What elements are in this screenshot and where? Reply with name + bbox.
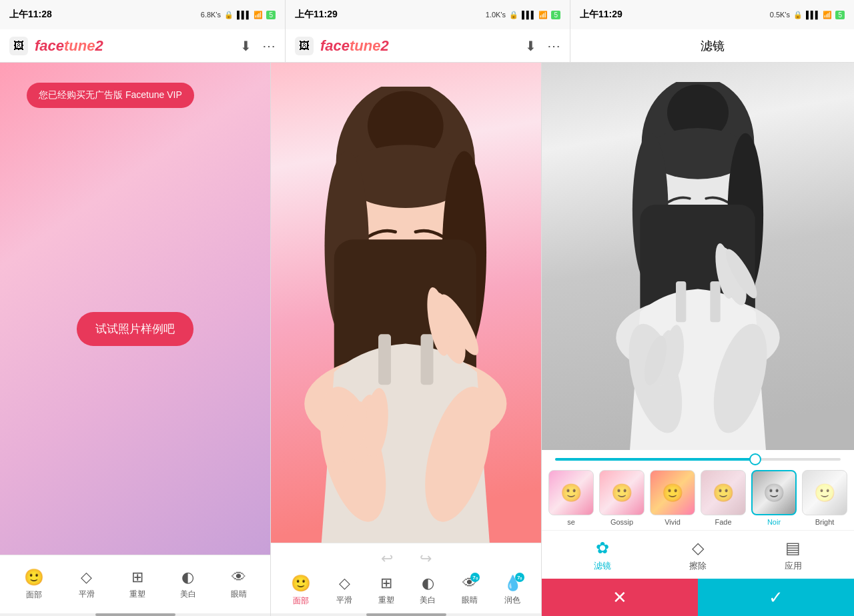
logo-text-1: face tune 2 [35, 37, 234, 55]
status-icons-3: 0.5K's 🔒 ▌▌▌ 📶 5 [770, 11, 845, 19]
moisturize-icon-wrapper-mid: 💧 7₀ [504, 575, 522, 592]
whiten-icon-1: ◐ [181, 569, 194, 586]
filter-action-apply[interactable]: ▤ 应用 [785, 539, 802, 572]
logo-2-1: 2 [95, 37, 103, 55]
filter-controls: 🙂 se 🙂 Gossip 🙂 [542, 450, 854, 616]
status-icons-1: 6.8K's 🔒 ▌▌▌ 📶 5 [201, 11, 276, 19]
filter-thumb-vivid[interactable]: 🙂 Vivid [650, 470, 695, 526]
filter-thumb-fade[interactable]: 🙂 Fade [701, 470, 746, 526]
status-time-2: 上午11:29 [295, 9, 338, 21]
tool-face-middle[interactable]: 🙂 面部 [291, 574, 311, 607]
filter-erase-label: 擦除 [689, 560, 707, 572]
header-actions-2[interactable]: ⬇ ⋯ [525, 38, 560, 54]
filter-action-buttons: ✿ 滤镜 ◇ 擦除 ▤ 应用 [542, 530, 854, 579]
tool-whiten-middle[interactable]: ◐ 美白 [420, 575, 436, 606]
nav-item-eyes-1[interactable]: 👁 眼睛 [231, 569, 247, 600]
whiten-label-mid: 美白 [420, 595, 436, 606]
filter-thumb-bright[interactable]: 🙂 Bright [802, 470, 847, 526]
confirm-filter-button[interactable]: ✓ [698, 579, 854, 616]
svg-rect-49 [710, 281, 720, 322]
filter-thumbnails-row: 🙂 se 🙂 Gossip 🙂 [542, 465, 854, 530]
slider-thumb[interactable] [749, 453, 761, 465]
whiten-icon-mid: ◐ [422, 575, 434, 592]
network-speed-3: 0.5K's [770, 11, 790, 19]
noir-filter-label: Noir [767, 518, 781, 526]
download-button-1[interactable]: ⬇ [240, 38, 252, 54]
sample-btn-text: 试试照片样例吧 [95, 323, 175, 335]
eyes-icon-wrapper-mid: 👁 7₀ [462, 575, 477, 592]
status-bar-3: 上午11:29 0.5K's 🔒 ▌▌▌ 📶 5 [570, 0, 854, 29]
sample-photo-button[interactable]: 试试照片样例吧 [77, 312, 193, 346]
middle-bottom-controls: ↩ ↪ 🙂 面部 ◇ 平滑 ⊞ 重塑 [271, 543, 541, 613]
left-bottom-nav: 🙂 面部 ◇ 平滑 ⊞ 重塑 ◐ 美白 👁 眼睛 [0, 555, 270, 613]
middle-photo-area [271, 63, 541, 543]
gossip-thumb-img: 🙂 [599, 470, 645, 515]
tool-moisturize-middle[interactable]: 💧 7₀ 润色 [504, 575, 522, 606]
eyes-label-mid: 眼睛 [462, 595, 478, 606]
app-header-1: 🖼 face tune 2 ⬇ ⋯ [0, 29, 285, 62]
left-panel: 您已经购买无广告版 Facetune VIP 试试照片样例吧 🙂 面部 ◇ 平滑 [0, 63, 270, 616]
logo-tune-1: tune [64, 37, 95, 55]
undo-button[interactable]: ↩ [381, 550, 393, 567]
filter-thumb-se[interactable]: 🙂 se [548, 470, 594, 526]
face-icon-1: 🙂 [24, 568, 44, 587]
app-headers-row: 🖼 face tune 2 ⬇ ⋯ 🖼 face tune 2 ⬇ ⋯ [0, 29, 854, 63]
face-icon-mid: 🙂 [291, 574, 311, 593]
tool-reshape-middle[interactable]: ⊞ 重塑 [378, 575, 394, 606]
right-panel: 🙂 se 🙂 Gossip 🙂 [541, 63, 854, 616]
lock-icon-1: 🔒 [224, 11, 234, 19]
home-indicator-1 [0, 613, 270, 616]
vip-badge-text: 您已经购买无广告版 Facetune VIP [39, 89, 182, 100]
filter-apply-label: 应用 [785, 560, 802, 572]
fade-filter-label: Fade [715, 518, 731, 526]
whiten-label-1: 美白 [180, 589, 196, 600]
app-header-3: 滤镜 [570, 29, 854, 62]
nav-item-whiten-1[interactable]: ◐ 美白 [180, 569, 196, 600]
cancel-icon: ✕ [612, 587, 627, 608]
status-time-3: 上午11:29 [580, 9, 622, 21]
filter-filter-icon: ✿ [596, 539, 609, 557]
cancel-filter-button[interactable]: ✕ [542, 579, 698, 616]
logo-text-2: face tune 2 [320, 37, 518, 55]
vip-badge-button[interactable]: 您已经购买无广告版 Facetune VIP [27, 83, 194, 108]
tool-eyes-middle[interactable]: 👁 7₀ 眼睛 [462, 575, 478, 606]
nav-item-reshape-1[interactable]: ⊞ 重塑 [129, 569, 145, 600]
filter-confirm-row: ✕ ✓ [542, 579, 854, 616]
filter-thumb-gossip[interactable]: 🙂 Gossip [599, 470, 645, 526]
logo-icon-2: 🖼 [295, 37, 314, 55]
bright-thumb-img: 🙂 [802, 470, 847, 515]
download-button-2[interactable]: ⬇ [525, 38, 536, 54]
main-content: 您已经购买无广告版 Facetune VIP 试试照片样例吧 🙂 面部 ◇ 平滑 [0, 63, 854, 616]
filter-apply-icon: ▤ [785, 539, 801, 557]
wifi-icon-1: 📶 [254, 11, 263, 19]
more-button-2[interactable]: ⋯ [547, 38, 560, 54]
nav-item-face-1[interactable]: 🙂 面部 [24, 568, 44, 601]
reshape-icon-1: ⊞ [131, 569, 143, 586]
smooth-label-mid: 平滑 [336, 595, 352, 606]
noir-face-icon: 🙂 [753, 471, 795, 514]
reshape-icon-mid: ⊞ [380, 575, 392, 592]
filter-action-erase[interactable]: ◇ 擦除 [689, 539, 707, 572]
header-actions-1[interactable]: ⬇ ⋯ [240, 38, 276, 54]
vip-badge-container: 您已经购买无广告版 Facetune VIP [27, 83, 194, 108]
wifi-icon-3: 📶 [823, 11, 832, 19]
gossip-face-icon: 🙂 [600, 471, 644, 515]
nav-item-smooth-1[interactable]: ◇ 平滑 [79, 569, 95, 600]
filter-thumb-noir[interactable]: 🙂 Noir [751, 470, 797, 526]
svg-rect-20 [421, 334, 434, 385]
vivid-filter-label: Vivid [665, 518, 681, 526]
confirm-icon: ✓ [769, 587, 783, 608]
status-bars-row: 上午11:28 6.8K's 🔒 ▌▌▌ 📶 5 上午11:29 1.0K's … [0, 0, 854, 29]
undo-redo-row: ↩ ↪ [271, 543, 541, 571]
se-thumb-img: 🙂 [548, 470, 594, 515]
redo-button[interactable]: ↪ [420, 550, 432, 567]
tool-smooth-middle[interactable]: ◇ 平滑 [336, 575, 352, 606]
se-filter-label: se [567, 518, 575, 526]
slider-fill [555, 458, 755, 461]
filter-action-filter[interactable]: ✿ 滤镜 [594, 539, 611, 572]
signal-icon-2: ▌▌▌ [522, 11, 535, 19]
more-button-1[interactable]: ⋯ [262, 38, 276, 54]
status-icons-2: 1.0K's 🔒 ▌▌▌ 📶 5 [486, 11, 560, 19]
battery-icon-1: 5 [266, 11, 276, 19]
svg-rect-48 [676, 281, 686, 322]
